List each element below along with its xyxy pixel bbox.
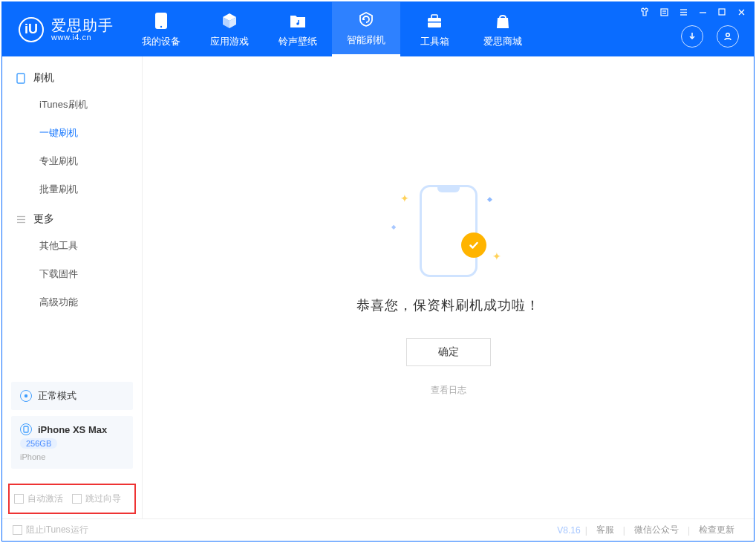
svg-rect-5 [428,22,441,23]
nav-label: 应用游戏 [210,35,249,48]
svg-point-21 [25,394,27,397]
nav-apps[interactable]: 应用游戏 [195,2,264,56]
mode-box[interactable]: 正常模式 [11,382,133,410]
minimize-button[interactable] [697,7,708,17]
svg-rect-4 [431,15,437,19]
nav-flash[interactable]: 智能刷机 [332,2,400,56]
main-content: ✦ ◆ ◆ ✦ 恭喜您，保资料刷机成功啦！ 确定 查看日志 [143,56,754,518]
nav-store[interactable]: 爱思商城 [469,2,537,56]
sidebar-group-flash: 刷机 [2,62,142,91]
app-url: www.i4.cn [51,33,114,42]
nav-label: 铃声壁纸 [278,35,317,48]
checkbox-skip-guide[interactable]: 跳过向导 [72,492,121,505]
sidebar-item-other-tools[interactable]: 其他工具 [2,232,142,260]
device-outline-icon [16,73,26,83]
maximize-button[interactable] [717,7,727,17]
mode-icon [20,390,32,402]
sidebar-item-batch-flash[interactable]: 批量刷机 [2,175,142,204]
bag-icon [492,11,513,30]
sidebar-item-download-fw[interactable]: 下载固件 [2,260,142,288]
svg-rect-6 [661,9,668,16]
svg-point-2 [296,22,299,25]
svg-point-16 [726,33,730,37]
svg-point-1 [160,25,162,27]
close-button[interactable] [736,7,746,17]
cube-icon [219,11,240,30]
note-icon[interactable] [659,7,669,17]
app-logo: iU 爱思助手 www.i4.cn [2,2,127,56]
nav-label: 爱思商城 [483,35,522,48]
nav-label: 我的设备 [142,35,180,48]
group-title: 更多 [33,212,54,226]
nav-label: 工具箱 [420,35,449,48]
view-log-link[interactable]: 查看日志 [431,384,466,397]
version-label: V8.16 [557,525,580,536]
logo-icon: iU [19,17,44,42]
toolbox-icon [424,11,445,30]
music-folder-icon [287,11,308,30]
titlebar: iU 爱思助手 www.i4.cn 我的设备 应用游戏 铃声壁纸 智能刷机 [2,2,754,56]
sidebar-item-itunes-flash[interactable]: iTunes刷机 [2,91,142,119]
list-icon [16,214,26,224]
phone-icon [151,11,172,30]
device-name: iPhone XS Max [38,424,107,435]
wechat-link[interactable]: 微信公众号 [634,524,679,536]
update-link[interactable]: 检查更新 [699,524,734,536]
device-storage: 256GB [20,438,57,449]
sidebar: 刷机 iTunes刷机 一键刷机 专业刷机 批量刷机 更多 其他工具 下载固件 … [2,56,143,518]
check-icon [461,233,486,258]
svg-rect-22 [24,426,28,432]
download-icon[interactable] [681,25,703,48]
app-name: 爱思助手 [51,18,114,33]
sidebar-item-advanced[interactable]: 高级功能 [2,288,142,316]
main-nav: 我的设备 应用游戏 铃声壁纸 智能刷机 工具箱 爱思商城 [127,2,537,56]
ok-button[interactable]: 确定 [406,338,491,366]
group-title: 刷机 [33,71,54,85]
success-illustration: ✦ ◆ ◆ ✦ [385,179,512,283]
mode-label: 正常模式 [38,389,76,403]
shirt-icon[interactable] [639,7,650,17]
device-type: iPhone [20,452,124,461]
sidebar-item-oneclick-flash[interactable]: 一键刷机 [2,119,142,147]
device-box[interactable]: iPhone XS Max 256GB iPhone [11,416,133,469]
reflash-icon [356,10,377,29]
nav-label: 智能刷机 [347,33,385,47]
nav-ringtone[interactable]: 铃声壁纸 [264,2,332,56]
menu-icon[interactable] [678,7,688,17]
success-message: 恭喜您，保资料刷机成功啦！ [356,296,540,314]
nav-my-device[interactable]: 我的设备 [127,2,195,56]
highlighted-options: 自动激活 跳过向导 [8,484,136,514]
user-icon[interactable] [717,25,739,48]
nav-toolbox[interactable]: 工具箱 [400,2,469,56]
checkbox-auto-activate[interactable]: 自动激活 [14,492,63,505]
status-bar: 阻止iTunes运行 V8.16 | 客服 | 微信公众号 | 检查更新 [2,518,754,541]
sidebar-item-pro-flash[interactable]: 专业刷机 [2,147,142,175]
window-controls [639,7,746,17]
svg-rect-17 [17,74,25,83]
device-icon [20,423,32,435]
svg-rect-13 [719,9,725,15]
sidebar-group-more: 更多 [2,204,142,232]
checkbox-block-itunes[interactable]: 阻止iTunes运行 [13,524,88,536]
support-link[interactable]: 客服 [596,524,614,536]
